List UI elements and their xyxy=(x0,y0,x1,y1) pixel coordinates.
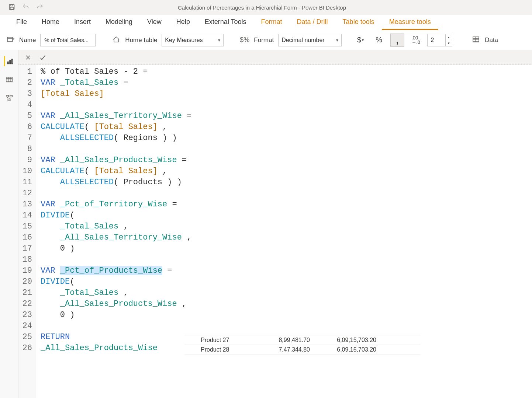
formula-bar-header xyxy=(18,50,532,65)
tab-home[interactable]: Home xyxy=(34,15,67,30)
title-bar: Calculation of Percentages in a Hierarch… xyxy=(0,0,532,15)
chevron-down-icon: ▾ xyxy=(362,38,364,42)
decrease-decimal-button[interactable]: .00→.0 xyxy=(409,34,423,47)
home-table-select[interactable]: Key Measures ▾ xyxy=(162,34,224,46)
cell-value-2: 6,09,15,703.20 xyxy=(317,337,384,343)
table-row[interactable]: Product 27 8,99,481.70 6,09,15,703.20 xyxy=(184,335,421,345)
cell-value-1: 8,99,481.70 xyxy=(251,337,317,343)
comma-icon: , xyxy=(396,34,399,46)
decimal-places-spinner[interactable]: ▴ ▾ xyxy=(427,34,452,46)
undo-icon[interactable] xyxy=(22,3,30,12)
model-view-button[interactable] xyxy=(4,93,14,103)
dollar-icon: $ xyxy=(357,36,361,44)
cell-product: Product 28 xyxy=(184,346,251,353)
cell-value-1: 7,47,344.80 xyxy=(251,346,317,353)
cancel-formula-button[interactable] xyxy=(21,52,35,63)
name-icon xyxy=(6,35,15,45)
report-view-button[interactable] xyxy=(4,56,14,66)
table-row[interactable]: Product 28 7,47,344.80 6,09,15,703.20 xyxy=(184,345,421,355)
data-preview-table: Product 27 8,99,481.70 6,09,15,703.20 Pr… xyxy=(184,335,421,355)
tab-insert[interactable]: Insert xyxy=(67,15,98,30)
svg-rect-10 xyxy=(10,95,12,97)
data-view-button[interactable] xyxy=(4,74,14,85)
svg-rect-7 xyxy=(11,59,13,64)
decimal-places-input[interactable] xyxy=(428,34,445,46)
percent-button[interactable]: % xyxy=(372,34,386,47)
tab-file[interactable]: File xyxy=(9,15,34,30)
spin-down-icon[interactable]: ▾ xyxy=(445,40,452,46)
data-category-icon xyxy=(471,35,480,45)
redo-icon[interactable] xyxy=(36,3,44,12)
tab-measure-tools[interactable]: Measure tools xyxy=(382,15,438,30)
chevron-down-icon: ▾ xyxy=(218,38,220,43)
home-table-value: Key Measures xyxy=(165,37,203,43)
data-category-label: Data xyxy=(485,36,498,44)
comma-button[interactable]: , xyxy=(390,34,404,47)
currency-button[interactable]: $ ▾ xyxy=(353,34,367,47)
spin-up-icon[interactable]: ▴ xyxy=(445,34,452,40)
commit-formula-button[interactable] xyxy=(36,52,49,63)
percent-icon: % xyxy=(376,36,382,44)
name-input[interactable] xyxy=(40,34,96,46)
svg-rect-3 xyxy=(7,37,13,42)
format-select[interactable]: Decimal number ▾ xyxy=(278,34,342,46)
svg-rect-11 xyxy=(8,99,10,101)
view-switcher xyxy=(0,50,18,398)
line-number-gutter: 1234567891011121314151617181920212223242… xyxy=(18,65,36,398)
home-table-icon xyxy=(112,35,121,45)
format-label: Format xyxy=(254,36,274,44)
home-table-label: Home table xyxy=(125,36,157,44)
tab-format[interactable]: Format xyxy=(254,15,290,30)
ribbon-bar: Name Home table Key Measures ▾ $% Format… xyxy=(0,30,532,50)
tab-help[interactable]: Help xyxy=(169,15,197,30)
save-icon[interactable] xyxy=(8,3,15,12)
format-value: Decimal number xyxy=(281,37,324,43)
tab-table-tools[interactable]: Table tools xyxy=(335,15,382,30)
svg-rect-6 xyxy=(10,60,11,64)
tab-external-tools[interactable]: External Tools xyxy=(197,15,254,30)
name-label: Name xyxy=(19,36,36,44)
decimal-icon: .00→.0 xyxy=(411,36,420,45)
cell-product: Product 27 xyxy=(184,337,251,343)
tab-view[interactable]: View xyxy=(140,15,169,30)
chevron-down-icon: ▾ xyxy=(336,38,338,43)
svg-rect-1 xyxy=(10,4,13,6)
window-title: Calculation of Percentages in a Hierarch… xyxy=(44,4,532,11)
ribbon-tabs: File Home Insert Modeling View Help Exte… xyxy=(0,15,532,30)
tab-modeling[interactable]: Modeling xyxy=(98,15,140,30)
tab-data-drill[interactable]: Data / Drill xyxy=(290,15,335,30)
cell-value-2: 6,09,15,703.20 xyxy=(317,346,384,353)
svg-rect-5 xyxy=(7,62,8,64)
format-icon: $% xyxy=(240,36,249,44)
svg-rect-2 xyxy=(10,7,13,9)
code-area[interactable]: % of Total Sales - 2 =VAR _Total_Sales =… xyxy=(36,65,196,398)
svg-rect-9 xyxy=(6,95,8,97)
